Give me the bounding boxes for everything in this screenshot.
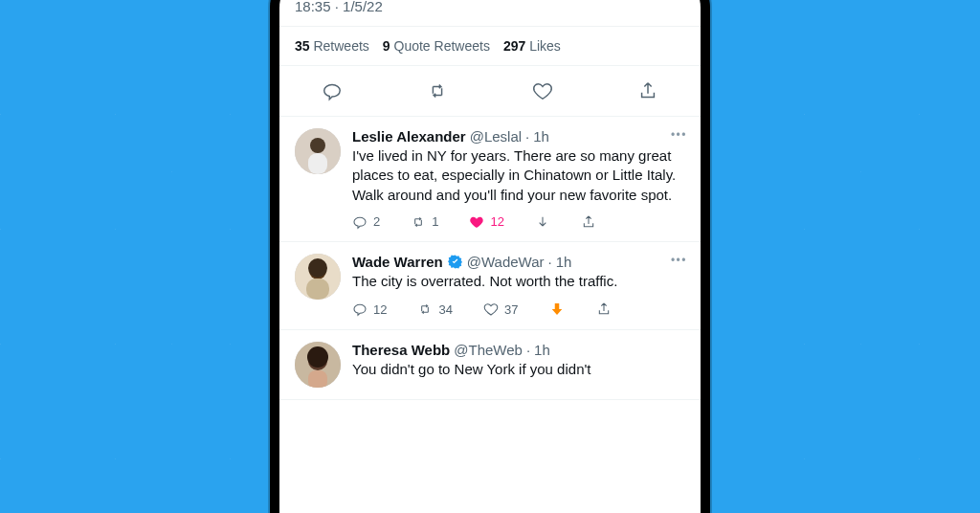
likes-stat[interactable]: 297 Likes bbox=[503, 38, 561, 54]
retweets-label: Retweets bbox=[313, 38, 368, 54]
display-name[interactable]: Theresa Webb bbox=[352, 342, 450, 358]
reply-tweet[interactable]: Wade Warren @WadeWar · 1h ••• The city i… bbox=[279, 242, 701, 330]
display-name[interactable]: Leslie Alexander bbox=[352, 128, 466, 145]
quotes-label: Quote Retweets bbox=[394, 38, 490, 54]
svg-rect-10 bbox=[308, 370, 327, 388]
likes-count: 297 bbox=[503, 38, 525, 54]
avatar-image bbox=[295, 342, 341, 388]
reply-count: 2 bbox=[373, 214, 380, 229]
downvote-button[interactable] bbox=[548, 301, 566, 318]
phone-screen: 18:35 · 1/5/22 35 Retweets 9 Quote Retwe… bbox=[279, 0, 701, 513]
retweet-button[interactable]: 34 bbox=[417, 301, 452, 317]
reply-count: 12 bbox=[373, 302, 387, 317]
reply-icon bbox=[352, 301, 368, 317]
tweet-stats-bar: 35 Retweets 9 Quote Retweets 297 Likes bbox=[279, 26, 701, 66]
like-count: 37 bbox=[504, 302, 518, 317]
svg-rect-6 bbox=[306, 279, 329, 300]
tweet-timestamp: 18:35 · 1/5/22 bbox=[279, 0, 701, 26]
tweet-text: You didn't go to New York if you didn't bbox=[352, 360, 685, 379]
svg-point-5 bbox=[308, 258, 327, 278]
reply-button[interactable] bbox=[317, 76, 347, 106]
tweet-header: Wade Warren @WadeWar · 1h bbox=[352, 254, 685, 270]
share-button[interactable] bbox=[633, 76, 663, 106]
main-action-bar bbox=[279, 66, 701, 117]
tweet-header: Leslie Alexander @Leslal · 1h bbox=[352, 128, 685, 145]
timestamp-text: 18:35 · 1/5/22 bbox=[295, 0, 383, 14]
like-button[interactable]: 37 bbox=[483, 301, 518, 317]
reply-tweet[interactable]: Leslie Alexander @Leslal · 1h ••• I've l… bbox=[279, 117, 701, 242]
reply-action-bar: 12 34 37 bbox=[352, 301, 685, 318]
phone-frame: 18:35 · 1/5/22 35 Retweets 9 Quote Retwe… bbox=[270, 0, 710, 513]
tweet-header: Theresa Webb @TheWeb · 1h bbox=[352, 342, 685, 358]
avatar[interactable] bbox=[295, 342, 341, 388]
separator: · bbox=[525, 128, 529, 145]
like-count: 12 bbox=[490, 214, 503, 229]
heart-icon bbox=[483, 301, 499, 317]
retweet-icon bbox=[411, 214, 426, 230]
retweet-count: 1 bbox=[432, 214, 438, 229]
heart-filled-icon bbox=[469, 214, 484, 230]
avatar[interactable] bbox=[295, 128, 341, 174]
reply-tweet[interactable]: Theresa Webb @TheWeb · 1h You didn't go … bbox=[279, 330, 701, 400]
tweet-age: 1h bbox=[533, 128, 549, 145]
downvote-filled-icon bbox=[548, 301, 566, 318]
retweet-button[interactable] bbox=[422, 76, 453, 106]
retweets-count: 35 bbox=[295, 38, 310, 54]
retweets-stat[interactable]: 35 Retweets bbox=[295, 38, 369, 54]
svg-point-1 bbox=[310, 138, 325, 153]
tweet-body: Theresa Webb @TheWeb · 1h You didn't go … bbox=[352, 342, 685, 388]
like-button[interactable] bbox=[527, 76, 558, 106]
avatar-image bbox=[295, 254, 341, 300]
verified-badge-icon bbox=[447, 254, 463, 270]
avatar[interactable] bbox=[295, 254, 341, 300]
share-button[interactable] bbox=[581, 214, 596, 230]
tweet-body: Leslie Alexander @Leslal · 1h ••• I've l… bbox=[352, 128, 685, 230]
reply-button[interactable]: 12 bbox=[352, 301, 387, 317]
like-button[interactable]: 12 bbox=[469, 214, 503, 230]
more-options-button[interactable]: ••• bbox=[671, 254, 687, 267]
user-handle[interactable]: @Leslal bbox=[470, 128, 522, 145]
share-icon bbox=[637, 80, 658, 101]
more-options-button[interactable]: ••• bbox=[671, 128, 687, 142]
retweet-button[interactable]: 1 bbox=[411, 214, 438, 230]
likes-label: Likes bbox=[529, 38, 561, 54]
user-handle[interactable]: @WadeWar bbox=[467, 254, 545, 270]
avatar-image bbox=[295, 128, 341, 174]
svg-point-9 bbox=[307, 346, 328, 368]
share-icon bbox=[581, 214, 596, 230]
tweet-text: I've lived in NY for years. There are so… bbox=[352, 146, 685, 205]
reply-icon bbox=[322, 80, 343, 101]
tweet-age: 1h bbox=[534, 342, 550, 358]
share-icon bbox=[596, 301, 612, 317]
quote-retweets-stat[interactable]: 9 Quote Retweets bbox=[383, 38, 490, 54]
tweet-age: 1h bbox=[556, 254, 572, 270]
reply-icon bbox=[352, 214, 368, 230]
retweet-icon bbox=[417, 301, 433, 317]
svg-rect-2 bbox=[308, 153, 327, 174]
separator: · bbox=[526, 342, 530, 358]
share-button[interactable] bbox=[596, 301, 612, 317]
separator: · bbox=[548, 254, 552, 270]
reply-action-bar: 2 1 12 bbox=[352, 214, 685, 230]
heart-icon bbox=[532, 80, 553, 101]
tweet-body: Wade Warren @WadeWar · 1h ••• The city i… bbox=[352, 254, 685, 318]
display-name[interactable]: Wade Warren bbox=[352, 254, 443, 270]
reply-button[interactable]: 2 bbox=[352, 214, 380, 230]
retweet-icon bbox=[427, 80, 448, 101]
tweet-text: The city is overrated. Not worth the tra… bbox=[352, 272, 685, 291]
downvote-icon bbox=[535, 214, 550, 230]
user-handle[interactable]: @TheWeb bbox=[454, 342, 523, 358]
quotes-count: 9 bbox=[383, 38, 390, 54]
retweet-count: 34 bbox=[438, 302, 452, 317]
downvote-button[interactable] bbox=[535, 214, 550, 230]
